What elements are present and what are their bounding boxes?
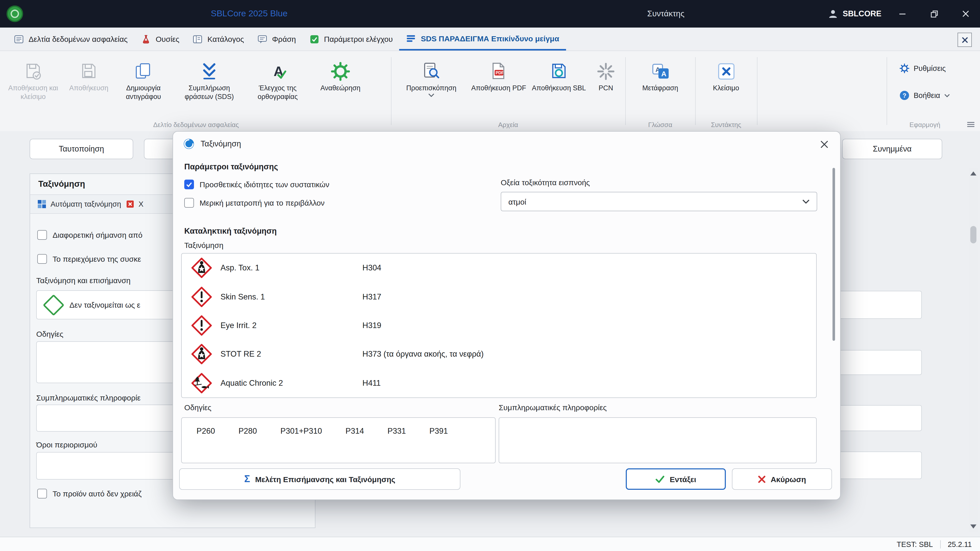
fill-phrases-button[interactable]: Συμπλήρωση φράσεων (SDS) bbox=[173, 54, 245, 101]
menu-icon[interactable] bbox=[967, 121, 975, 127]
catalog-icon bbox=[192, 34, 203, 44]
additive-properties-checkbox[interactable] bbox=[184, 179, 194, 189]
manual-classification-label: Χ bbox=[138, 200, 143, 208]
ribbon-label: PCN bbox=[598, 84, 613, 92]
save-and-close-button: Αποθήκευση και κλείσιμο bbox=[2, 54, 64, 101]
instructions-label: Οδηγίες bbox=[36, 330, 63, 338]
create-copy-button[interactable]: Δημιουργία αντιγράφου bbox=[113, 54, 173, 101]
attachments-button[interactable]: Συνημμένα bbox=[842, 139, 942, 159]
spellcheck-button[interactable]: A Έλεγχος της ορθογραφίας bbox=[245, 54, 310, 101]
environment-conversion-label: Μερική μετατροπή για το περιβάλλον bbox=[200, 198, 325, 207]
classification-row[interactable]: Skin Sens. 1 H317 bbox=[182, 283, 816, 311]
different-marking-checkbox[interactable] bbox=[37, 230, 47, 240]
different-marking-label: Διαφορετική σήμανση από bbox=[52, 230, 142, 239]
svg-text:PDF: PDF bbox=[496, 71, 504, 75]
save-icon bbox=[79, 59, 99, 84]
p-codes-box[interactable]: P260 P280 P301+P310 P314 P331 P391 bbox=[181, 417, 496, 463]
ghs-exclamation-icon bbox=[191, 315, 212, 336]
auto-classification-button[interactable]: Αυτόματη ταξινόμηση bbox=[37, 200, 121, 209]
preview-button[interactable]: Προεπισκόπηση bbox=[394, 54, 469, 97]
classification-row[interactable]: STOT RE 2 H373 (τα όργανα ακοής, τα νεφρ… bbox=[182, 340, 816, 368]
scroll-down-arrow[interactable] bbox=[970, 524, 977, 529]
manual-classification-button-partial[interactable]: Χ bbox=[126, 200, 143, 208]
flask-icon bbox=[141, 34, 151, 44]
ribbon-group-label: Αρχεία bbox=[391, 121, 625, 129]
save-sbl-button[interactable]: Αποθήκευση SBL bbox=[529, 54, 589, 92]
tab-label: Κατάλογος bbox=[207, 35, 244, 43]
labeling-study-button[interactable]: Σ Μελέτη Επισήμανσης και Ταξινόμησης bbox=[179, 468, 460, 490]
hazard-code: H317 bbox=[363, 292, 381, 301]
close-window-button[interactable] bbox=[954, 0, 977, 27]
hazard-code: H304 bbox=[363, 263, 381, 272]
preview-icon bbox=[422, 59, 441, 84]
ribbon-group-label: Γλώσσα bbox=[625, 121, 695, 129]
cancel-button[interactable]: Ακύρωση bbox=[732, 468, 832, 490]
tab-catalog[interactable]: Κατάλογος bbox=[186, 27, 251, 51]
ok-button-label: Εντάξει bbox=[670, 475, 696, 483]
help-button[interactable]: ? Βοήθεια bbox=[899, 90, 950, 100]
cancel-button-label: Ακύρωση bbox=[771, 475, 806, 483]
maximize-button[interactable] bbox=[922, 0, 946, 27]
identification-button[interactable]: Ταυτοποίηση bbox=[30, 139, 133, 159]
settings-button[interactable]: Ρυθμίσεις bbox=[899, 63, 946, 73]
grid-icon bbox=[37, 200, 46, 209]
classification-row[interactable]: Asp. Tox. 1 H304 bbox=[182, 254, 816, 283]
translate-button[interactable]: A A Μετάφραση bbox=[628, 54, 692, 92]
copy-icon bbox=[134, 59, 153, 84]
tab-label: Φράση bbox=[272, 35, 296, 43]
additive-properties-row: Προσθετικές ιδιότητες των συστατικών bbox=[184, 179, 329, 189]
account-button[interactable]: SBLCORE bbox=[828, 0, 881, 27]
scroll-up-arrow[interactable] bbox=[970, 171, 977, 176]
control-params-icon bbox=[309, 34, 320, 44]
hazard-class-name: Skin Sens. 1 bbox=[221, 292, 265, 301]
acute-toxicity-select[interactable]: ατμοί bbox=[501, 192, 817, 211]
tab-substances[interactable]: Ουσίες bbox=[134, 27, 186, 51]
tab-control-parameters[interactable]: Παράμετροι ελέγχου bbox=[303, 27, 399, 51]
ribbon-label: Αποθήκευση SBL bbox=[532, 84, 586, 92]
environment-conversion-checkbox[interactable] bbox=[184, 198, 194, 208]
tab-sds-document-active[interactable]: SDS ΠΑΡΑΔΕΙΓΜΑ Επικίνδυνο μείγμα bbox=[399, 27, 566, 51]
dialog-scrollbar-thumb[interactable] bbox=[832, 168, 835, 341]
red-icon bbox=[126, 200, 135, 208]
ghs-exclamation-icon bbox=[191, 286, 212, 307]
version-label: 25.2.11 bbox=[948, 540, 972, 548]
hazard-class-name: Aquatic Chronic 2 bbox=[221, 379, 283, 388]
ok-button[interactable]: Εντάξει bbox=[626, 468, 726, 490]
check-icon bbox=[655, 475, 665, 483]
tab-phrase[interactable]: Φράση bbox=[251, 27, 303, 51]
identification-label: Ταυτοποίηση bbox=[59, 144, 104, 154]
pcn-button[interactable]: PCN bbox=[589, 54, 623, 92]
scrollbar-thumb[interactable] bbox=[970, 226, 977, 243]
ribbon: Αποθήκευση και κλείσιμο Αποθήκευση bbox=[0, 51, 980, 132]
product-checkbox[interactable] bbox=[37, 489, 47, 499]
additive-properties-label: Προσθετικές ιδιότητες των συστατικών bbox=[200, 180, 329, 189]
acute-toxicity-value: ατμοί bbox=[508, 197, 526, 206]
close-editor-button[interactable]: Κλείσιμο bbox=[697, 54, 755, 92]
save-pdf-button[interactable]: PDF Αποθήκευση PDF bbox=[469, 54, 529, 92]
dialog-close-button[interactable] bbox=[818, 138, 831, 151]
acute-toxicity-label: Οξεία τοξικότητα εισπνοής bbox=[501, 178, 590, 187]
tab-safety-data-sheets[interactable]: Δελτία δεδομένων ασφαλείας bbox=[7, 27, 134, 51]
minimize-button[interactable] bbox=[891, 0, 914, 27]
classification-row[interactable]: Aquatic Chronic 2 H411 bbox=[182, 368, 816, 397]
dialog-header: Ταξινόμηση bbox=[173, 132, 840, 156]
p-code: P280 bbox=[239, 427, 257, 463]
dialog-supplementary-textarea[interactable] bbox=[499, 417, 817, 463]
status-bar: TEST: SBL 25.2.11 bbox=[0, 537, 980, 551]
revision-button[interactable]: Αναθεώρηση bbox=[310, 54, 371, 92]
study-button-label: Μελέτη Επισήμανσης και Ταξινόμησης bbox=[255, 475, 395, 483]
classification-row[interactable]: Eye Irrit. 2 H319 bbox=[182, 311, 816, 340]
vertical-scrollbar[interactable] bbox=[969, 168, 978, 532]
attachments-label: Συνημμένα bbox=[873, 144, 912, 154]
close-tab-button[interactable] bbox=[958, 33, 972, 47]
hazard-class-name: STOT RE 2 bbox=[221, 350, 261, 359]
classification-listbox[interactable]: Asp. Tox. 1 H304 Skin Sens. 1 H317 Eye I… bbox=[181, 253, 817, 398]
pdf-icon: PDF bbox=[489, 59, 508, 84]
app-logo-icon bbox=[6, 5, 24, 22]
package-content-checkbox[interactable] bbox=[37, 254, 47, 264]
close-icon bbox=[820, 140, 829, 148]
translate-icon: A A bbox=[651, 59, 670, 84]
close-icon bbox=[962, 10, 969, 17]
green-diamond-icon bbox=[43, 294, 65, 316]
restrictions-label: Όροι περιορισμού bbox=[36, 440, 97, 449]
